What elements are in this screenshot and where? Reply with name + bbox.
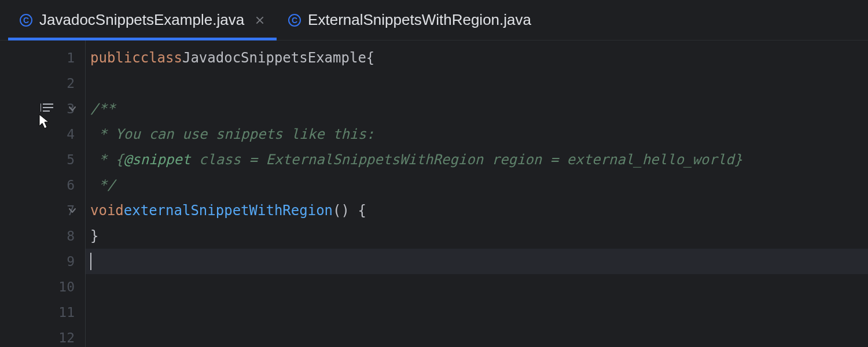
punctuation: () {: [333, 202, 366, 219]
editor-area: 123456789101112 public class JavadocSnip…: [0, 40, 868, 347]
gutter-line[interactable]: 10: [0, 274, 85, 300]
tab-label: ExternalSnippetsWithRegion.java: [308, 11, 531, 29]
gutter-line[interactable]: 9: [0, 249, 85, 274]
code-line[interactable]: /**: [86, 96, 868, 121]
tab-label: JavadocSnippetsExample.java: [39, 11, 244, 29]
code-line[interactable]: [86, 274, 868, 300]
javadoc: * You can use snippets like this:: [90, 126, 374, 142]
line-number: 1: [47, 50, 75, 65]
gutter-line[interactable]: 8: [0, 223, 85, 249]
javadoc: /**: [90, 101, 115, 117]
class-file-icon: C: [288, 14, 301, 27]
code-line[interactable]: [86, 325, 868, 347]
keyword: void: [90, 202, 124, 219]
keyword: class: [141, 50, 182, 66]
chevron-down-icon[interactable]: [68, 104, 77, 113]
close-icon[interactable]: [255, 15, 265, 25]
gutter-line[interactable]: 11: [0, 300, 85, 325]
line-number: 12: [47, 330, 75, 345]
code-line[interactable]: * {@snippet class = ExternalSnippetsWith…: [86, 147, 868, 172]
gutter-line[interactable]: 6: [0, 172, 85, 198]
class-name: JavadocSnippetsExample: [182, 50, 366, 66]
method-name: externalSnippetWithRegion: [124, 202, 333, 219]
javadoc: class = ExternalSnippetsWithRegion regio…: [190, 152, 742, 168]
gutter-line[interactable]: 12: [0, 325, 85, 347]
keyword: public: [90, 50, 141, 66]
gutter-line[interactable]: 4: [0, 121, 85, 147]
code-line[interactable]: }: [86, 223, 868, 249]
line-number: 4: [47, 127, 75, 142]
line-number: 11: [47, 305, 75, 320]
gutter: 123456789101112: [0, 40, 86, 347]
line-number: 10: [47, 279, 75, 294]
gutter-line[interactable]: 7: [0, 198, 85, 223]
javadoc-tag: @snippet: [124, 152, 191, 168]
line-number: 9: [47, 254, 75, 269]
tab-javadocsnippetsexample-java[interactable]: CJavadocSnippetsExample.java: [8, 0, 277, 40]
gutter-line[interactable]: 3: [0, 96, 85, 121]
code-line[interactable]: void externalSnippetWithRegion() {: [86, 198, 868, 223]
line-number: 5: [47, 152, 75, 167]
line-number: 6: [47, 178, 75, 193]
code-line[interactable]: [86, 300, 868, 325]
line-number: 2: [47, 76, 75, 91]
javadoc: */: [90, 177, 115, 193]
chevron-down-icon[interactable]: [68, 206, 77, 215]
brace: {: [366, 50, 374, 66]
gutter-line[interactable]: 5: [0, 147, 85, 172]
brace: }: [90, 228, 98, 244]
code-line[interactable]: public class JavadocSnippetsExample {: [86, 45, 868, 71]
caret-icon: [90, 253, 91, 270]
tab-externalsnippetswithregion-java[interactable]: CExternalSnippetsWithRegion.java: [277, 0, 543, 40]
gutter-line[interactable]: 2: [0, 71, 85, 96]
code-area[interactable]: public class JavadocSnippetsExample { /*…: [86, 40, 868, 347]
code-line[interactable]: */: [86, 172, 868, 198]
code-line[interactable]: [86, 71, 868, 96]
class-file-icon: C: [20, 14, 32, 27]
javadoc: * {: [90, 152, 124, 168]
code-line[interactable]: * You can use snippets like this:: [86, 121, 868, 147]
editor-tabs: CJavadocSnippetsExample.javaCExternalSni…: [0, 0, 868, 40]
render-doc-icon[interactable]: [41, 102, 53, 113]
code-line-current[interactable]: [86, 249, 868, 274]
line-number: 8: [47, 228, 75, 243]
gutter-line[interactable]: 1: [0, 45, 85, 71]
